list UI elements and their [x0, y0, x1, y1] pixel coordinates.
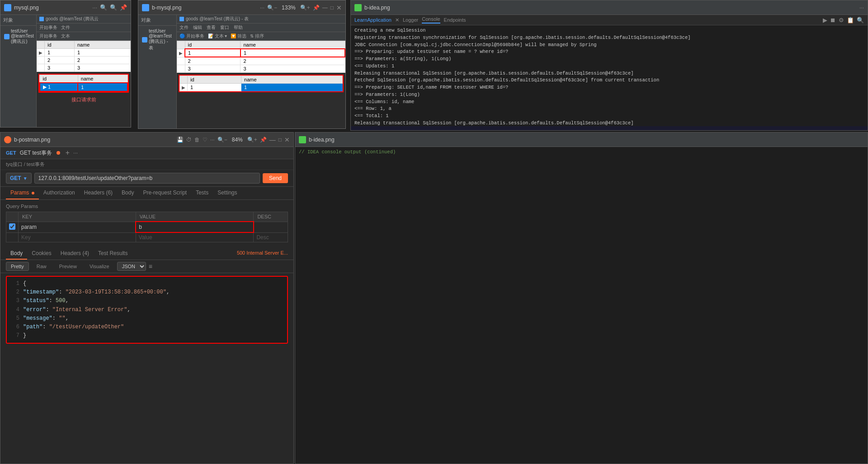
console-line: Registering transaction synchronization …	[353, 34, 866, 42]
format-select[interactable]: JSON XML HTML Text	[117, 262, 146, 271]
postman-zoom-plus[interactable]: 🔍+	[247, 137, 257, 143]
query-params-section: Query Params KEY VALUE DESC	[0, 200, 293, 246]
mysql-tree-item[interactable]: testUser @learnTest (腾讯云)	[2, 28, 34, 46]
idea-toolbar-btn5[interactable]: 🔍	[857, 17, 864, 24]
idea-tab-logger[interactable]: Logger	[403, 17, 418, 23]
postman-close[interactable]: ✕	[284, 136, 290, 143]
postman-max[interactable]: □	[278, 137, 282, 143]
json-line: 4"error": "Internal Server Error",	[12, 306, 282, 314]
idea-toolbar-btn1[interactable]: ▶	[823, 17, 827, 24]
postman-tab-body[interactable]: Body	[117, 187, 138, 199]
table-row[interactable]: 3 3	[37, 64, 131, 72]
table-row[interactable]: 2 2	[37, 57, 131, 64]
postman-more[interactable]: ···	[210, 137, 215, 143]
postman-min[interactable]: —	[269, 136, 276, 143]
idea-icon	[354, 4, 362, 11]
mysql-toolbar-file[interactable]: 文件	[61, 24, 70, 31]
idea-tab-endpoints[interactable]: Endpoints	[444, 17, 466, 23]
b-mysql-tb-window[interactable]: 窗口	[220, 24, 229, 31]
mysql-zoom-minus[interactable]: 🔍	[100, 4, 107, 11]
b-mysql-more-btn[interactable]: ···	[260, 5, 264, 11]
mysql-more-btn[interactable]: ···	[92, 4, 97, 11]
postman-request-bar[interactable]: GET ▼ Send	[0, 170, 293, 187]
b-mysql-tb-help[interactable]: 帮助	[234, 24, 243, 31]
idea-more[interactable]: ···	[859, 5, 864, 11]
params-col-check	[6, 212, 19, 222]
postman-tab-auth[interactable]: Authorization	[39, 187, 80, 199]
console-line: ==> Parameters: a(String), 1(Long)	[353, 56, 866, 63]
param-value-input[interactable]	[139, 224, 250, 230]
tab-dot	[32, 192, 34, 194]
response-tab-cookies[interactable]: Cookies	[27, 248, 56, 260]
b-mysql-close[interactable]: ✕	[336, 4, 342, 11]
table-row[interactable]: ▶ 1 1	[37, 49, 131, 57]
postman-favorite[interactable]: ♡	[203, 137, 208, 143]
postman-history[interactable]: ⏱	[186, 137, 192, 143]
b-mysql-pin[interactable]: 📌	[313, 5, 320, 11]
postman-tab-params[interactable]: Params	[6, 187, 39, 199]
postman-tab-settings[interactable]: Settings	[213, 187, 241, 199]
postman-method-selector[interactable]: GET ▼	[6, 173, 32, 184]
response-tab-test-results[interactable]: Test Results	[94, 248, 132, 260]
postman-send-btn[interactable]: Send	[263, 173, 288, 183]
postman-save[interactable]: 💾	[177, 137, 184, 143]
mysql-pin[interactable]: 📌	[120, 4, 127, 11]
b-mysql-sub-sort[interactable]: ⇅ 排序	[250, 33, 264, 39]
b-mysql-tb-edit[interactable]: 编辑	[193, 24, 202, 31]
b-mysql-table-header: goods @learnTest (腾讯云) - 表	[177, 15, 345, 24]
response-status: 500 Internal Server E...	[237, 248, 288, 260]
console-line: ==> Parameters: 1(Long)	[353, 91, 866, 99]
mysql-toolbar-transaction[interactable]: 开始事务	[39, 24, 57, 31]
postman-tab-tests[interactable]: Tests	[191, 187, 213, 199]
postman-tab-prescript[interactable]: Pre-request Script	[138, 187, 191, 199]
mysql-zoom-plus[interactable]: 🔍	[110, 4, 117, 11]
mysql-table-header: goods @learnTest (腾讯云	[37, 15, 131, 24]
idea-app-close[interactable]: ✕	[395, 17, 399, 23]
b-mysql-sub-transaction[interactable]: 🔵 开始事务	[179, 33, 204, 39]
postman-add-tab[interactable]: +	[66, 149, 70, 157]
format-btn-visualize[interactable]: Visualize	[85, 262, 114, 271]
postman-titlebar: b-postman.png 💾 ⏱ 🗑 ♡ ··· 🔍− 84% 🔍+ 📌 — …	[0, 133, 293, 147]
param-key-input[interactable]	[21, 224, 132, 230]
idea-toolbar-btn3[interactable]: ⚙	[839, 17, 844, 24]
b-mysql-sub-text[interactable]: 📝 文本 ▾	[208, 33, 227, 39]
b-mysql-tb-file[interactable]: 文件	[179, 24, 189, 31]
postman-zoom-display: 84%	[232, 137, 243, 143]
b-mysql-window: b-mysql.png ··· 🔍− 133% 🔍+ 📌 — □ ✕ 对象 te…	[138, 0, 346, 129]
param-checkbox[interactable]	[9, 223, 15, 230]
idea-toolbar-btn2[interactable]: ⏹	[830, 17, 836, 24]
response-tab-body[interactable]: Body	[6, 248, 27, 260]
b-table-row[interactable]: 2 2	[177, 57, 345, 65]
b-mysql-min[interactable]: —	[322, 5, 328, 11]
mysql-titlebar: mysql.png ··· 🔍 🔍 📌	[0, 0, 131, 15]
response-tab-headers[interactable]: Headers (4)	[56, 248, 94, 260]
b-inner-table-row[interactable]: ▶ 1 1	[180, 84, 343, 91]
postman-delete[interactable]: 🗑	[194, 137, 200, 143]
b-mysql-zoom-minus[interactable]: 🔍−	[267, 5, 277, 11]
b-mysql-tb-view[interactable]: 查看	[207, 24, 216, 31]
inner-table-row[interactable]: ▶ 1 1	[40, 83, 127, 91]
table-col-name: name	[74, 41, 130, 49]
format-btn-raw[interactable]: Raw	[32, 262, 52, 271]
b-table-row[interactable]: ▶ 1 1	[177, 49, 345, 57]
postman-tab-headers[interactable]: Headers (6)	[80, 187, 117, 199]
b-mysql-sub-filter[interactable]: 🔽 筛选	[231, 33, 246, 39]
postman-url-input[interactable]	[34, 173, 260, 184]
idea-toolbar-btn4[interactable]: 📋	[847, 17, 854, 24]
mysql-inner-transaction[interactable]: 开始事务	[39, 33, 57, 39]
b-mysql-zoom-plus[interactable]: 🔍+	[300, 5, 310, 11]
postman-pin[interactable]: 📌	[260, 137, 267, 143]
postman-zoom-minus[interactable]: 🔍−	[217, 137, 227, 143]
mysql-inner-file[interactable]: 文本	[61, 33, 70, 39]
b-mysql-max[interactable]: □	[330, 5, 334, 11]
idea-tab-console[interactable]: Console	[422, 16, 440, 24]
console-line: ==> Preparing: update testUser set name …	[353, 48, 866, 56]
format-btn-preview[interactable]: Preview	[54, 262, 82, 271]
json-line: 7}	[12, 331, 282, 340]
params-row	[6, 222, 288, 232]
b-mysql-tree-item[interactable]: testUser @learnTest (腾讯云) - 表	[140, 28, 175, 52]
format-btn-pretty[interactable]: Pretty	[6, 262, 29, 271]
b-table-row[interactable]: 3 3	[177, 65, 345, 73]
postman-tab-more[interactable]: ···	[73, 150, 78, 156]
mysql-icon	[4, 4, 11, 11]
